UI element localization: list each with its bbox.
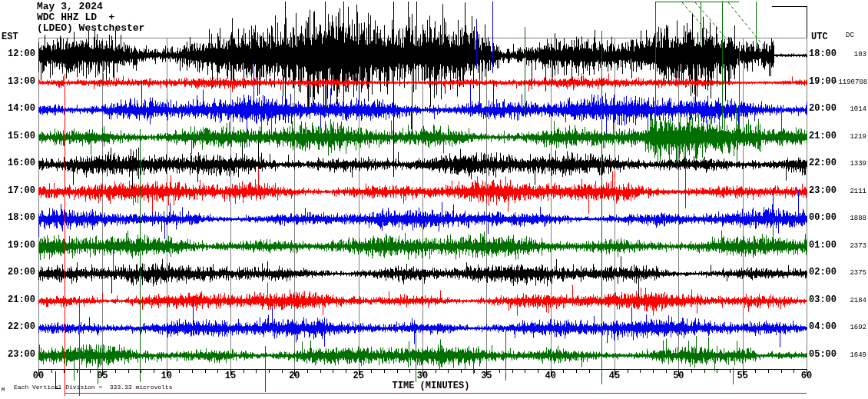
- dc-value: 2373: [834, 243, 866, 250]
- station-code: WDC HHZ LD +: [37, 12, 114, 22]
- dc-value: 103: [834, 52, 866, 58]
- est-label: 21:00: [0, 295, 35, 304]
- utc-label: 03:00: [809, 295, 837, 304]
- est-label: 16:00: [0, 158, 35, 168]
- utc-label: 18:00: [809, 49, 837, 58]
- minute-label: 25: [350, 371, 368, 381]
- minute-label: 55: [734, 371, 752, 381]
- utc-label: 05:00: [809, 350, 837, 359]
- right-axis-title: UTC: [811, 32, 828, 42]
- helicorder-page: { "header": { "date": "May 3, 2024", "st…: [0, 0, 868, 399]
- utc-label: 04:00: [809, 322, 837, 331]
- utc-label: 00:00: [809, 213, 837, 222]
- est-label: 22:00: [0, 322, 35, 331]
- utc-label: 22:00: [809, 158, 837, 168]
- dc-value: 1219: [834, 134, 866, 141]
- station-location: (LDEO) Westchester: [37, 23, 144, 33]
- minute-label: 15: [221, 371, 240, 381]
- minute-label: 45: [605, 371, 624, 381]
- minute-label: 20: [285, 371, 303, 381]
- footer-marker: M: [2, 387, 5, 393]
- est-label: 18:00: [0, 213, 35, 222]
- minute-label: 05: [93, 371, 111, 381]
- dc-value: 1649: [834, 352, 866, 359]
- utc-label: 20:00: [809, 104, 837, 113]
- minute-label: 40: [542, 371, 560, 381]
- dc-column-title: DC: [846, 32, 854, 39]
- helicorder-canvas: [0, 0, 868, 399]
- est-label: 13:00: [0, 77, 35, 86]
- est-label: 19:00: [0, 241, 35, 250]
- minute-label: 35: [477, 371, 495, 381]
- dc-value: 1692: [834, 324, 866, 331]
- utc-label: 01:00: [809, 241, 837, 250]
- x-axis-title: TIME (MINUTES): [369, 381, 492, 391]
- plot-date: May 3, 2024: [37, 2, 103, 12]
- est-label: 14:00: [0, 104, 35, 113]
- est-label: 17:00: [0, 186, 35, 195]
- utc-label: 02:00: [809, 268, 837, 277]
- minute-label: 30: [413, 371, 432, 381]
- est-label: 23:00: [0, 350, 35, 359]
- est-label: 20:00: [0, 268, 35, 277]
- dc-value: 2184: [834, 298, 866, 304]
- minute-label: 10: [157, 371, 176, 381]
- dc-value: 1014: [834, 106, 866, 113]
- dc-value: 1888: [834, 215, 866, 222]
- dc-value: 2111: [834, 188, 866, 195]
- minute-label: 50: [669, 371, 687, 381]
- scale-note: Each Vertical Division = 333.33 microvol…: [14, 384, 172, 391]
- utc-label: 19:00: [809, 77, 837, 86]
- est-label: 15:00: [0, 131, 35, 141]
- dc-value: 1339: [834, 161, 866, 168]
- left-axis-title: EST: [2, 32, 18, 42]
- utc-label: 21:00: [809, 131, 837, 141]
- utc-label: 23:00: [809, 186, 837, 195]
- est-label: 12:00: [0, 49, 35, 58]
- minute-label: 00: [29, 371, 48, 381]
- dc-value: 2375: [834, 270, 866, 277]
- dc-value: -1190788: [834, 79, 866, 86]
- minute-label: 60: [797, 371, 816, 381]
